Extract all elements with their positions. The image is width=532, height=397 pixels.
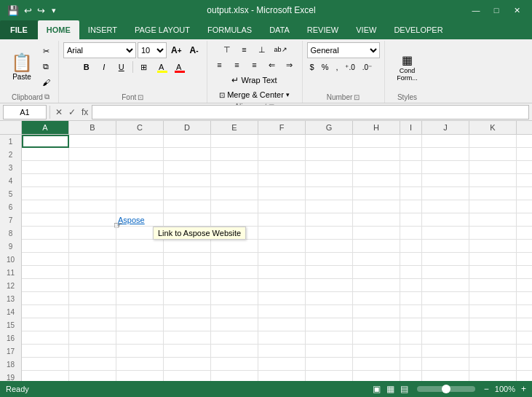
col-header-k[interactable]: K xyxy=(469,121,517,134)
cell-c1[interactable] xyxy=(116,135,164,148)
tab-home[interactable]: HOME xyxy=(38,20,79,39)
cell-e4[interactable] xyxy=(211,174,258,187)
font-size-select[interactable]: 8 9 10 11 12 xyxy=(138,42,167,58)
conditional-formatting-button[interactable]: ▦ CondForm... xyxy=(389,51,426,84)
tab-formulas[interactable]: FORMULAS xyxy=(199,20,261,39)
cell-g14[interactable] xyxy=(306,305,353,318)
cell-i7[interactable] xyxy=(400,213,422,227)
cell-i15[interactable] xyxy=(400,318,422,331)
cell-d13[interactable] xyxy=(164,292,211,305)
cell-h4[interactable] xyxy=(353,174,400,187)
middle-align-button[interactable]: ≡ xyxy=(237,42,253,57)
paste-button[interactable]: 📋 Paste xyxy=(7,50,36,83)
minimize-button[interactable]: — xyxy=(467,3,485,17)
cell-f2[interactable] xyxy=(258,148,306,161)
cell-g17[interactable] xyxy=(306,345,353,358)
col-header-e[interactable]: E xyxy=(211,121,258,134)
cell-d15[interactable] xyxy=(164,318,211,331)
col-header-f[interactable]: F xyxy=(258,121,306,134)
italic-button[interactable]: I xyxy=(96,60,112,74)
font-face-select[interactable]: Arial Calibri Times New Roman xyxy=(63,42,136,58)
cell-d11[interactable] xyxy=(164,266,211,279)
cell-h8[interactable] xyxy=(353,227,400,240)
cell-b15[interactable] xyxy=(69,318,116,331)
orient-button[interactable]: ab↗ xyxy=(271,42,290,57)
cell-e7[interactable] xyxy=(211,213,258,227)
cell-b6[interactable] xyxy=(69,200,116,213)
cell-k15[interactable] xyxy=(469,318,517,331)
row-num-12[interactable]: 12 xyxy=(0,279,22,292)
cell-k18[interactable] xyxy=(469,358,517,371)
cell-f10[interactable] xyxy=(258,253,306,266)
cell-b16[interactable] xyxy=(69,331,116,345)
cell-k13[interactable] xyxy=(469,292,517,305)
cell-a8[interactable] xyxy=(22,227,69,240)
align-center-button[interactable]: ≡ xyxy=(229,58,245,72)
cell-i18[interactable] xyxy=(400,358,422,371)
percent-button[interactable]: % xyxy=(319,61,332,73)
save-button[interactable]: 💾 xyxy=(6,4,20,17)
cell-h17[interactable] xyxy=(353,345,400,358)
cell-e9[interactable] xyxy=(211,240,258,253)
redo-button[interactable]: ↪ xyxy=(36,4,47,17)
row-num-8[interactable]: 8 xyxy=(0,227,22,240)
cell-d1[interactable] xyxy=(164,135,211,148)
row-num-18[interactable]: 18 xyxy=(0,358,22,371)
cell-f16[interactable] xyxy=(258,331,306,345)
cell-i16[interactable] xyxy=(400,331,422,345)
border-button[interactable]: ⊞ xyxy=(136,60,152,74)
cell-f11[interactable] xyxy=(258,266,306,279)
cell-g5[interactable] xyxy=(306,187,353,200)
cell-k2[interactable] xyxy=(469,148,517,161)
cell-g13[interactable] xyxy=(306,292,353,305)
row-num-2[interactable]: 2 xyxy=(0,148,22,161)
cell-f7[interactable] xyxy=(258,213,306,227)
shrink-font-button[interactable]: A- xyxy=(186,43,202,58)
cell-h11[interactable] xyxy=(353,266,400,279)
page-layout-view-button[interactable]: ▦ xyxy=(386,384,394,394)
col-header-i[interactable]: I xyxy=(400,121,422,134)
zoom-in-button[interactable]: + xyxy=(521,384,526,394)
cell-c7[interactable]: Aspose ☞ Link to Aspose Website xyxy=(116,213,164,227)
cell-e6[interactable] xyxy=(211,200,258,213)
cell-h12[interactable] xyxy=(353,279,400,292)
cell-j18[interactable] xyxy=(422,358,469,371)
cell-b5[interactable] xyxy=(69,187,116,200)
cell-h16[interactable] xyxy=(353,331,400,345)
cell-f6[interactable] xyxy=(258,200,306,213)
hyperlink-aspose[interactable]: Aspose xyxy=(118,216,145,224)
cell-d18[interactable] xyxy=(164,358,211,371)
cell-f17[interactable] xyxy=(258,345,306,358)
cell-d12[interactable] xyxy=(164,279,211,292)
col-header-d[interactable]: D xyxy=(164,121,211,134)
tab-developer[interactable]: DEVELOPER xyxy=(385,20,451,39)
cell-d3[interactable] xyxy=(164,161,211,174)
font-color-button[interactable]: A xyxy=(171,60,187,74)
cell-j12[interactable] xyxy=(422,279,469,292)
cell-h2[interactable] xyxy=(353,148,400,161)
cell-g10[interactable] xyxy=(306,253,353,266)
cell-j9[interactable] xyxy=(422,240,469,253)
cell-c5[interactable] xyxy=(116,187,164,200)
row-num-4[interactable]: 4 xyxy=(0,174,22,187)
cell-g7[interactable] xyxy=(306,213,353,227)
row-num-17[interactable]: 17 xyxy=(0,345,22,358)
cell-a15[interactable] xyxy=(22,318,69,331)
col-header-g[interactable]: G xyxy=(306,121,353,134)
cell-i8[interactable] xyxy=(400,227,422,240)
cell-h1[interactable] xyxy=(353,135,400,148)
comma-button[interactable]: , xyxy=(333,61,341,73)
number-format-select[interactable]: General Number Currency Date Time Percen… xyxy=(307,42,380,58)
cell-g18[interactable] xyxy=(306,358,353,371)
cell-g12[interactable] xyxy=(306,279,353,292)
clipboard-expand-icon[interactable]: ⧉ xyxy=(44,93,49,101)
cell-a6[interactable] xyxy=(22,200,69,213)
row-num-11[interactable]: 11 xyxy=(0,266,22,279)
cell-j13[interactable] xyxy=(422,292,469,305)
row-num-13[interactable]: 13 xyxy=(0,292,22,305)
cell-i6[interactable] xyxy=(400,200,422,213)
cell-j6[interactable] xyxy=(422,200,469,213)
cell-e3[interactable] xyxy=(211,161,258,174)
cell-h15[interactable] xyxy=(353,318,400,331)
cell-g11[interactable] xyxy=(306,266,353,279)
